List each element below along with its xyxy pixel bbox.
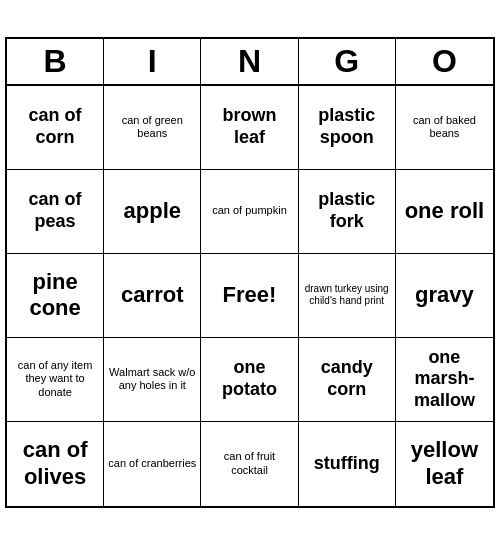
cell-n3-free: Free! (201, 254, 298, 338)
cell-o1: can of baked beans (396, 86, 493, 170)
cell-b3: pine cone (7, 254, 104, 338)
cell-n1: brown leaf (201, 86, 298, 170)
bingo-card: B I N G O can of corn can of green beans… (5, 37, 495, 508)
cell-b5: can of olives (7, 422, 104, 506)
bingo-header: B I N G O (7, 39, 493, 86)
cell-b4: can of any item they want to donate (7, 338, 104, 422)
cell-g1: plastic spoon (299, 86, 396, 170)
bingo-grid: can of corn can of green beans brown lea… (7, 86, 493, 506)
cell-o4: one marsh-mallow (396, 338, 493, 422)
cell-n2: can of pumpkin (201, 170, 298, 254)
cell-i4: Walmart sack w/o any holes in it (104, 338, 201, 422)
header-g: G (299, 39, 396, 84)
cell-i1: can of green beans (104, 86, 201, 170)
cell-o5: yellow leaf (396, 422, 493, 506)
cell-i2: apple (104, 170, 201, 254)
cell-g2: plastic fork (299, 170, 396, 254)
cell-n4: one potato (201, 338, 298, 422)
cell-o3: gravy (396, 254, 493, 338)
cell-b1: can of corn (7, 86, 104, 170)
cell-o2: one roll (396, 170, 493, 254)
cell-g3: drawn turkey using child's hand print (299, 254, 396, 338)
cell-b2: can of peas (7, 170, 104, 254)
cell-i5: can of cranberries (104, 422, 201, 506)
cell-n5: can of fruit cocktail (201, 422, 298, 506)
cell-g4: candy corn (299, 338, 396, 422)
cell-i3: carrot (104, 254, 201, 338)
header-i: I (104, 39, 201, 84)
header-n: N (201, 39, 298, 84)
header-o: O (396, 39, 493, 84)
header-b: B (7, 39, 104, 84)
cell-g5: stuffing (299, 422, 396, 506)
